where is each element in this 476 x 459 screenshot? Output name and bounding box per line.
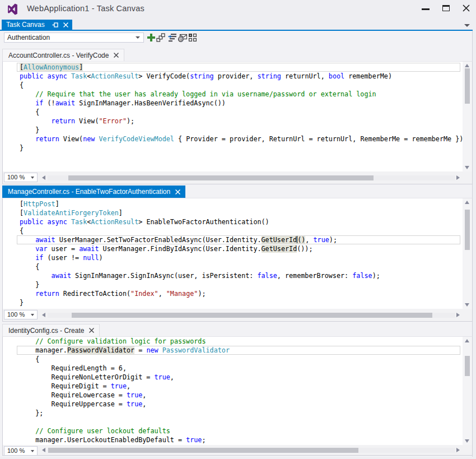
code-line: { (3, 81, 463, 90)
tool-window-tab-strip: Task Canvas (0, 18, 476, 30)
task-combobox[interactable]: Authentication (4, 33, 144, 43)
code-line: } (3, 280, 463, 289)
window-title: WebApplication1 - Task Canvas (27, 4, 144, 13)
fragment-tab[interactable]: IdentityConfig.cs - Create (2, 324, 100, 336)
insert-into-list-icon[interactable] (168, 33, 177, 42)
code-line: manager.PasswordValidator = new Password… (3, 346, 463, 355)
zoom-dropdown-icon[interactable] (31, 314, 34, 316)
code-editor[interactable]: [HttpPost][ValidateAntiForgeryToken]publ… (3, 198, 472, 309)
toolbar: Authentication @ (0, 31, 472, 49)
zoom-level-combobox[interactable]: 100 % (4, 310, 38, 319)
scroll-up-icon[interactable] (465, 64, 469, 67)
code-fragment-pane-identity-config: IdentityConfig.cs - Create // Configure … (2, 324, 473, 456)
fragment-editor-box: [HttpPost][ValidateAntiForgeryToken]publ… (2, 198, 473, 322)
close-fragment-icon[interactable] (114, 53, 119, 58)
scroll-left-icon[interactable] (42, 175, 45, 180)
fragment-tab[interactable]: AccountController.cs - VerifyCode (2, 49, 124, 61)
zoom-dropdown-icon[interactable] (31, 450, 34, 452)
scroll-left-icon[interactable] (42, 313, 45, 317)
vertical-scrollbar[interactable] (463, 62, 472, 171)
close-tab-icon[interactable] (63, 22, 68, 27)
code-line: await UserManager.SetTwoFactorEnabledAsy… (3, 235, 463, 244)
close-window-button[interactable] (457, 0, 476, 16)
scroll-left-icon[interactable] (42, 448, 45, 452)
zoom-level-combobox[interactable]: 100 % (4, 173, 38, 182)
code-line: // Configure validation logic for passwo… (3, 337, 463, 346)
fragment-tab-label: AccountController.cs - VerifyCode (8, 52, 109, 59)
code-line: await SignInManager.SignInAsync(user, is… (3, 271, 463, 280)
code-line: return View(new VerifyCodeViewModel { Pr… (3, 135, 463, 143)
zoom-level-value: 100 % (7, 174, 25, 180)
code-line: var user = await UserManager.FindByIdAsy… (3, 244, 463, 253)
scroll-down-icon[interactable] (465, 166, 469, 169)
code-line: RequiredLength = 6, (3, 364, 463, 373)
code-line: manager.UserLockoutEnabledByDefault = tr… (3, 435, 463, 444)
task-canvas-window: { "window": { "title": "WebApplication1 … (0, 0, 476, 459)
horizontal-scrollbar-thumb[interactable] (48, 448, 358, 453)
scroll-up-icon[interactable] (465, 339, 469, 342)
fragment-tab-label: ManageController.cs - EnableTwoFactorAut… (8, 188, 170, 196)
code-line (3, 418, 463, 426)
horizontal-scrollbar-thumb[interactable] (68, 175, 374, 180)
code-line: RequireUppercase = true, (3, 400, 463, 409)
vertical-scrollbar-thumb[interactable] (465, 210, 470, 250)
code-line: { (3, 226, 463, 235)
fragment-editor-box: [AllowAnonymous]public async Task<Action… (2, 61, 473, 184)
code-line: { (3, 262, 463, 271)
code-lines: [HttpPost][ValidateAntiForgeryToken]publ… (3, 200, 463, 307)
visual-studio-logo-icon (7, 3, 18, 15)
code-line: RequireLowercase = true, (3, 391, 463, 400)
code-line: public async Task<ActionResult> VerifyCo… (3, 72, 463, 81)
scroll-right-icon[interactable] (456, 448, 460, 452)
title-bar: WebApplication1 - Task Canvas (0, 0, 476, 18)
fragment-tab-row: ManageController.cs - EnableTwoFactorAut… (2, 186, 473, 198)
task-canvas-tab-label: Task Canvas (6, 20, 45, 30)
code-line: public async Task<ActionResult> EnableTw… (3, 217, 463, 226)
scroll-right-icon[interactable] (456, 175, 460, 180)
code-line: } (3, 143, 463, 152)
close-fragment-icon[interactable] (175, 189, 180, 194)
document-well-dropdown-icon[interactable] (464, 24, 470, 27)
scroll-right-icon[interactable] (456, 313, 460, 317)
scroll-down-icon[interactable] (465, 439, 469, 443)
zoom-level-combobox[interactable]: 100 % (4, 446, 38, 456)
vertical-scrollbar[interactable] (463, 198, 472, 309)
fragment-tab[interactable]: ManageController.cs - EnableTwoFactorAut… (2, 186, 185, 198)
code-fragment-pane-manage-controller: ManageController.cs - EnableTwoFactorAut… (2, 186, 473, 322)
grid-view-icon[interactable] (188, 33, 197, 42)
combobox-dropdown-icon[interactable] (136, 36, 140, 39)
minimize-button[interactable] (416, 0, 435, 16)
scroll-up-icon[interactable] (465, 201, 469, 204)
clone-fragments-icon[interactable] (156, 33, 165, 42)
vertical-scrollbar-thumb[interactable] (465, 68, 470, 104)
pin-icon[interactable] (52, 22, 58, 28)
add-icon[interactable] (147, 33, 156, 42)
zoom-level-value: 100 % (7, 447, 25, 454)
task-combobox-value: Authentication (7, 33, 50, 42)
code-line: // Configure user lockout defaults (3, 426, 463, 435)
fragment-tab-row: AccountController.cs - VerifyCode (2, 49, 473, 61)
zoom-dropdown-icon[interactable] (31, 177, 34, 179)
code-editor[interactable]: [AllowAnonymous]public async Task<Action… (3, 62, 472, 171)
task-canvas-tab[interactable]: Task Canvas (2, 20, 72, 30)
editor-bottom-bar: 100 % (3, 309, 472, 321)
vertical-scrollbar[interactable] (463, 337, 472, 445)
minimize-icon (422, 8, 430, 10)
scroll-down-icon[interactable] (465, 303, 469, 307)
zoom-level-value: 100 % (7, 311, 25, 318)
code-lines: [AllowAnonymous]public async Task<Action… (3, 63, 463, 152)
code-line: [AllowAnonymous] (3, 63, 463, 72)
code-line: }; (3, 409, 463, 418)
code-line: return RedirectToAction("Index", "Manage… (3, 289, 463, 298)
code-line: if (user != null) (3, 253, 463, 262)
mail-contact-icon[interactable]: @ (178, 33, 187, 42)
vertical-scrollbar-thumb[interactable] (465, 356, 470, 376)
horizontal-scrollbar-thumb[interactable] (72, 313, 432, 318)
code-line: { (3, 108, 463, 117)
code-line: if (!await SignInManager.HasBeenVerified… (3, 99, 463, 108)
close-fragment-icon[interactable] (89, 328, 94, 333)
code-editor[interactable]: // Configure validation logic for passwo… (3, 337, 472, 445)
task-canvas-content: Authentication @ (0, 31, 473, 457)
code-line: } (3, 298, 463, 307)
maximize-button[interactable] (436, 0, 455, 16)
